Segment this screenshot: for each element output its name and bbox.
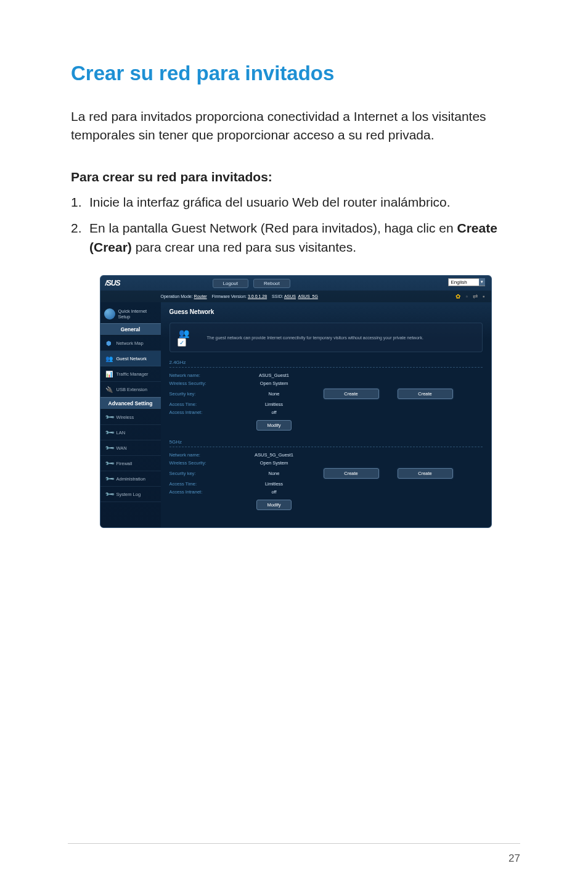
status-icon-2[interactable]: ▫ bbox=[465, 293, 468, 300]
create-button-24-3[interactable]: Create bbox=[398, 389, 453, 399]
sidebar-section-general: General bbox=[100, 323, 161, 336]
status-icon-3[interactable]: ⇄ bbox=[473, 293, 478, 300]
security-key-24-value: None bbox=[243, 391, 305, 397]
wrench-icon: 🔧 bbox=[103, 411, 115, 423]
network-map-icon: ⬢ bbox=[105, 339, 113, 347]
sidebar-item-system-log[interactable]: 🔧 System Log bbox=[100, 487, 161, 502]
sidebar-item-administration[interactable]: 🔧 Administration bbox=[100, 471, 161, 487]
step-2: En la pantalla Guest Network (Red para i… bbox=[71, 219, 520, 257]
step-2-text-a: En la pantalla Guest Network (Red para i… bbox=[89, 221, 457, 235]
ssid-label: SSID: ASUS ASUS_5G bbox=[272, 294, 318, 299]
access-intranet-24-value: off bbox=[243, 410, 305, 415]
access-time-5-value: Limitless bbox=[243, 481, 305, 487]
sidebar: Quick Internet Setup General ⬢ Network M… bbox=[100, 302, 161, 527]
intro-paragraph: La red para invitados proporciona conect… bbox=[71, 107, 520, 145]
op-mode-value[interactable]: Router bbox=[194, 294, 207, 299]
ssid-1[interactable]: ASUS bbox=[284, 294, 296, 299]
band-24ghz-header: 2.4GHz bbox=[169, 360, 483, 368]
sidebar-item-qis[interactable]: Quick Internet Setup bbox=[100, 305, 161, 323]
router-header: /SUS Logout Reboot English ▾ bbox=[100, 276, 491, 291]
sidebar-item-network-map[interactable]: ⬢ Network Map bbox=[100, 336, 161, 351]
network-name-label: Network name: bbox=[169, 373, 225, 378]
reboot-button[interactable]: Reboot bbox=[253, 279, 290, 288]
modify-button-24[interactable]: Modify bbox=[256, 420, 291, 431]
logout-button[interactable]: Logout bbox=[213, 279, 248, 288]
fw-value[interactable]: 3.0.0.1.28 bbox=[248, 294, 267, 299]
sub-heading: Para crear su red para invitados: bbox=[71, 170, 520, 184]
fw-label: Firmware Version: 3.0.0.1.28 bbox=[212, 294, 267, 299]
access-intranet-label: Access Intranet: bbox=[169, 410, 225, 415]
user-icon[interactable]: ✿ bbox=[455, 293, 460, 300]
status-bar: Operation Mode: Router Firmware Version:… bbox=[100, 291, 491, 302]
op-mode-label: Operation Mode: Router bbox=[161, 294, 207, 299]
qis-label: Quick Internet Setup bbox=[118, 308, 157, 320]
traffic-manager-label: Traffic Manager bbox=[116, 371, 149, 377]
content-title: Guess Network bbox=[169, 308, 483, 315]
wireless-security-label-5: Wireless Security: bbox=[169, 460, 225, 466]
guest-network-label: Guest Network bbox=[116, 356, 147, 361]
wrench-icon: 🔧 bbox=[103, 457, 115, 469]
access-time-label-5: Access Time: bbox=[169, 481, 225, 487]
usb-extension-label: USB Extension bbox=[116, 387, 147, 392]
access-intranet-label-5: Access Intranet: bbox=[169, 489, 225, 495]
wrench-icon: 🔧 bbox=[103, 426, 115, 439]
create-button-5-3[interactable]: Create bbox=[398, 468, 453, 479]
people-icon: 👥 bbox=[179, 328, 189, 338]
create-button-5-2[interactable]: Create bbox=[324, 468, 379, 479]
security-key-label-5: Security key: bbox=[169, 471, 225, 476]
sidebar-item-wireless[interactable]: 🔧 Wireless bbox=[100, 410, 161, 425]
status-icon-4[interactable]: ▪ bbox=[483, 293, 485, 300]
system-log-label: System Log bbox=[116, 492, 141, 497]
step-2-text-b: para crear una red para sus visitantes. bbox=[132, 240, 356, 254]
main-content: Guess Network 👥 ✓ The guest network can … bbox=[161, 302, 491, 527]
sidebar-item-guest-network[interactable]: 👥 Guest Network bbox=[100, 351, 161, 366]
page-number: 27 bbox=[508, 852, 520, 865]
security-key-label: Security key: bbox=[169, 391, 225, 397]
wrench-icon: 🔧 bbox=[103, 442, 115, 454]
wrench-icon: 🔧 bbox=[103, 472, 115, 485]
sidebar-item-wan[interactable]: 🔧 WAN bbox=[100, 440, 161, 456]
network-name-label-5: Network name: bbox=[169, 452, 225, 458]
asus-logo: /SUS bbox=[105, 279, 120, 287]
router-screenshot: /SUS Logout Reboot English ▾ Operation M… bbox=[100, 275, 492, 528]
guest-description: The guest network can provide Internet c… bbox=[207, 336, 423, 340]
lan-label: LAN bbox=[116, 430, 126, 435]
security-key-5-value: None bbox=[243, 471, 305, 476]
page-title: Crear su red para invitados bbox=[71, 62, 520, 85]
ssid-2[interactable]: ASUS_5G bbox=[298, 294, 318, 299]
wireless-security-24-value: Open System bbox=[243, 381, 305, 386]
network-name-24-value: ASUS_Guest1 bbox=[243, 373, 305, 378]
chevron-down-icon[interactable]: ▾ bbox=[479, 278, 485, 286]
access-time-label: Access Time: bbox=[169, 402, 225, 407]
wireless-security-label: Wireless Security: bbox=[169, 381, 225, 386]
step-1: Inicie la interfaz gráfica del usuario W… bbox=[71, 193, 520, 212]
footer-divider bbox=[68, 843, 520, 844]
wan-label: WAN bbox=[116, 445, 127, 451]
band-5ghz-header: 5GHz bbox=[169, 439, 483, 447]
access-time-24-value: Limitless bbox=[243, 402, 305, 407]
wrench-icon: 🔧 bbox=[103, 488, 115, 500]
administration-label: Administration bbox=[116, 476, 146, 482]
sidebar-item-traffic-manager[interactable]: 📊 Traffic Manager bbox=[100, 366, 161, 382]
guest-info-box: 👥 ✓ The guest network can provide Intern… bbox=[169, 323, 483, 352]
create-button-24-2[interactable]: Create bbox=[324, 389, 379, 399]
sidebar-item-usb-extension[interactable]: 🔌 USB Extension bbox=[100, 382, 161, 397]
sidebar-section-advanced: Advanced Setting bbox=[100, 397, 161, 410]
sidebar-item-lan[interactable]: 🔧 LAN bbox=[100, 425, 161, 440]
band-24ghz-section: 2.4GHz Network name: ASUS_Guest1 Wireles… bbox=[169, 360, 483, 431]
network-map-label: Network Map bbox=[116, 340, 144, 346]
instructions-list: Inicie la interfaz gráfica del usuario W… bbox=[71, 193, 520, 257]
firewall-label: Firewall bbox=[116, 461, 133, 466]
globe-icon bbox=[104, 308, 115, 320]
wireless-security-5-value: Open System bbox=[243, 460, 305, 466]
usb-extension-icon: 🔌 bbox=[105, 385, 113, 394]
modify-button-5[interactable]: Modify bbox=[256, 500, 291, 510]
sidebar-item-firewall[interactable]: 🔧 Firewall bbox=[100, 456, 161, 471]
network-name-5-value: ASUS_5G_Guest1 bbox=[243, 452, 305, 458]
band-5ghz-section: 5GHz Network name: ASUS_5G_Guest1 Wirele… bbox=[169, 439, 483, 510]
check-icon: ✓ bbox=[178, 338, 186, 347]
traffic-manager-icon: 📊 bbox=[105, 369, 113, 378]
access-intranet-5-value: off bbox=[243, 489, 305, 495]
guest-network-icon: 👥 bbox=[105, 354, 113, 363]
guest-icon-box: 👥 ✓ bbox=[176, 328, 201, 347]
